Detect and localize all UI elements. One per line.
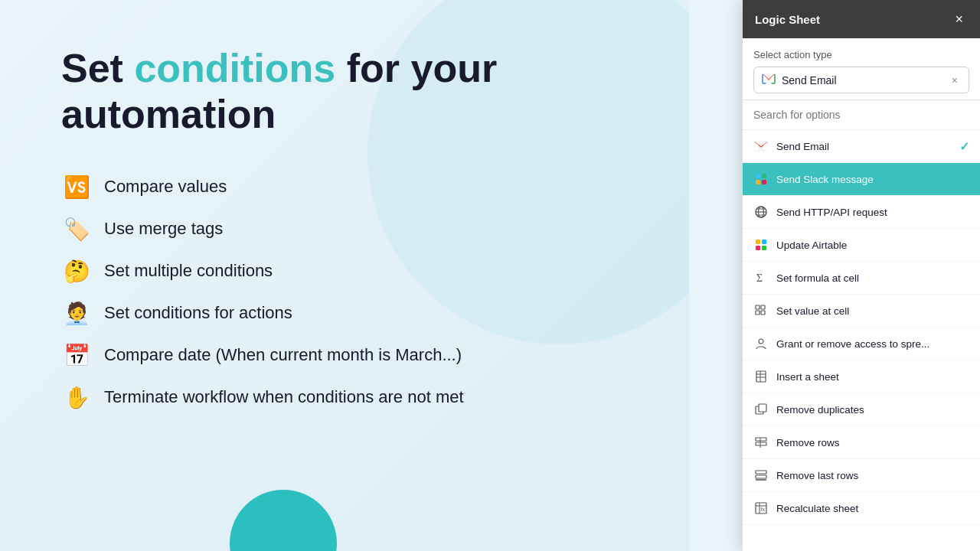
svg-rect-14 (762, 246, 766, 250)
svg-rect-17 (761, 305, 765, 309)
option-item-insert-sheet[interactable]: Insert a sheet (743, 360, 980, 393)
option-label: Remove duplicates (776, 404, 864, 416)
svg-rect-2 (756, 174, 760, 178)
option-item-remove-rows[interactable]: Remove rows (743, 426, 980, 459)
modal-header: Logic Sheet × (743, 0, 980, 38)
svg-rect-12 (762, 240, 766, 244)
options-list: Send Email ✓ Send Slack message Send HTT… (743, 130, 980, 525)
search-input[interactable] (753, 109, 969, 121)
option-label: Send Slack message (776, 174, 874, 185)
option-label: Send Email (776, 141, 829, 152)
svg-rect-11 (756, 240, 760, 244)
option-item-set-formula[interactable]: Σ Set formula at cell (743, 262, 980, 295)
svg-text:fx: fx (761, 507, 766, 512)
svg-rect-16 (756, 305, 760, 309)
svg-rect-21 (756, 371, 766, 382)
action-type-label: Select action type (753, 49, 969, 60)
search-box (743, 100, 980, 130)
duplicate-icon (753, 402, 769, 417)
svg-rect-30 (756, 471, 766, 474)
option-item-remove-duplicates[interactable]: Remove duplicates (743, 393, 980, 426)
recalc-icon: fx (753, 500, 769, 516)
option-left: Σ Set formula at cell (753, 270, 859, 285)
gmail-icon (753, 139, 769, 154)
option-left: Remove duplicates (753, 402, 864, 417)
option-left: Insert a sheet (753, 369, 839, 384)
option-item-grant-remove[interactable]: Grant or remove access to spre... (743, 328, 980, 360)
feature-item: 🏷️ Use merge tags (61, 217, 628, 242)
feature-item: 🤔 Set multiple conditions (61, 259, 628, 284)
svg-rect-31 (756, 475, 766, 478)
feature-item: 🧑‍💼 Set conditions for actions (61, 301, 628, 326)
main-content: Set conditions for your automation 🆚 Com… (61, 46, 628, 410)
svg-rect-26 (759, 404, 766, 412)
option-item-update-airtable[interactable]: Update Airtable (743, 229, 980, 262)
option-item-send-email[interactable]: Send Email ✓ (743, 130, 980, 163)
modal-title: Logic Sheet (755, 13, 820, 26)
teal-decorative-circle (230, 490, 337, 551)
option-left: Set value at cell (753, 303, 849, 318)
feature-emoji: 🆚 (61, 174, 92, 200)
svg-rect-5 (762, 180, 766, 184)
svg-rect-3 (762, 174, 766, 178)
modal-close-button[interactable]: × (950, 11, 968, 28)
option-left: Grant or remove access to spre... (753, 336, 929, 351)
svg-rect-4 (756, 180, 760, 184)
http-icon (753, 204, 769, 220)
option-left: Send Slack message (753, 171, 874, 187)
headline-highlight: conditions (134, 46, 335, 90)
svg-point-20 (759, 339, 763, 344)
feature-text: Use merge tags (104, 219, 223, 239)
headline: Set conditions for your automation (61, 46, 628, 138)
option-label: Remove rows (776, 437, 840, 448)
action-type-selector[interactable]: Send Email × (753, 67, 969, 93)
option-label: Grant or remove access to spre... (776, 338, 929, 350)
person-icon (753, 336, 769, 351)
svg-rect-18 (756, 311, 760, 315)
sigma-icon: Σ (753, 270, 769, 285)
svg-rect-19 (761, 311, 765, 315)
selector-value: Send Email (782, 74, 837, 86)
feature-text: Set conditions for actions (104, 303, 292, 323)
option-left: Remove last rows (753, 468, 858, 483)
feature-item: 📅 Compare date (When current month is Ma… (61, 343, 628, 368)
option-label: Insert a sheet (776, 371, 839, 383)
option-label: Update Airtable (776, 240, 847, 251)
option-label: Set formula at cell (776, 272, 859, 284)
feature-text: Set multiple conditions (104, 261, 273, 281)
last-rows-icon (753, 468, 769, 483)
svg-rect-27 (756, 438, 766, 441)
feature-text: Compare values (104, 177, 227, 197)
feature-text: Compare date (When current month is Marc… (104, 345, 462, 365)
svg-text:Σ: Σ (756, 272, 763, 284)
sheet-icon (753, 369, 769, 384)
option-label: Set value at cell (776, 305, 849, 317)
rows-icon (753, 435, 769, 450)
feature-text: Terminate workflow when conditions are n… (104, 387, 464, 407)
modal-panel: Logic Sheet × Select action type (743, 0, 980, 551)
slack-icon (753, 171, 769, 187)
option-left: Send Email (753, 139, 829, 154)
option-item-recalculate-sheet[interactable]: fx Recalculate sheet (743, 492, 980, 525)
option-item-set-value[interactable]: Set value at cell (743, 295, 980, 328)
action-type-section: Select action type Se (743, 38, 980, 100)
option-left: fx Recalculate sheet (753, 500, 858, 516)
airtable-icon (753, 237, 769, 253)
option-label: Remove last rows (776, 470, 858, 481)
selector-dismiss-button[interactable]: × (949, 74, 961, 86)
option-item-remove-last-rows[interactable]: Remove last rows (743, 459, 980, 492)
option-left: Remove rows (753, 435, 840, 450)
dropdown-area[interactable]: Send Email ✓ Send Slack message Send HTT… (743, 100, 980, 551)
option-item-send-http[interactable]: Send HTTP/API request (743, 196, 980, 229)
option-label: Send HTTP/API request (776, 207, 887, 218)
selector-left: Send Email (762, 73, 837, 86)
option-item-send-slack[interactable]: Send Slack message (743, 163, 980, 196)
feature-list: 🆚 Compare values🏷️ Use merge tags🤔 Set m… (61, 174, 628, 410)
svg-rect-13 (756, 246, 760, 250)
feature-item: 🆚 Compare values (61, 174, 628, 200)
svg-rect-28 (756, 442, 766, 445)
gmail-icon-selector (762, 73, 776, 86)
feature-emoji: 📅 (61, 343, 92, 368)
option-left: Update Airtable (753, 237, 847, 253)
feature-emoji: 🏷️ (61, 217, 92, 242)
